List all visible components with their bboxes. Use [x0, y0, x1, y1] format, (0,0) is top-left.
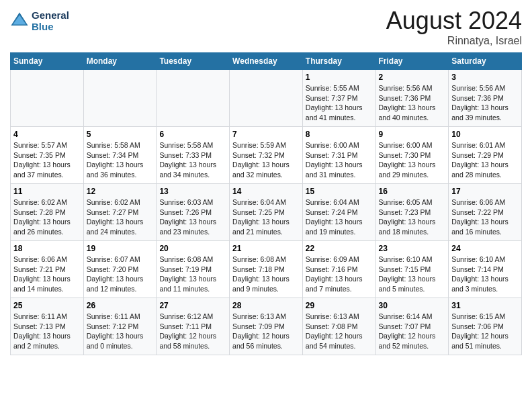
day-number: 11: [13, 187, 81, 196]
day-of-week-header: Sunday: [11, 53, 84, 70]
page-header: General Blue August 2024 Rinnatya, Israe…: [10, 7, 522, 47]
day-info: Sunrise: 6:14 AM Sunset: 7:07 PM Dayligh…: [379, 312, 446, 351]
calendar-day-cell: 25Sunrise: 6:11 AM Sunset: 7:13 PM Dayli…: [11, 298, 84, 355]
calendar-day-cell: 13Sunrise: 6:03 AM Sunset: 7:26 PM Dayli…: [157, 184, 230, 241]
calendar-day-cell: 1Sunrise: 5:55 AM Sunset: 7:37 PM Daylig…: [302, 70, 375, 127]
logo-text-general: General: [32, 9, 69, 21]
day-info: Sunrise: 5:57 AM Sunset: 7:35 PM Dayligh…: [13, 140, 81, 180]
day-of-week-header: Monday: [83, 53, 157, 70]
calendar-day-cell: 29Sunrise: 6:13 AM Sunset: 7:08 PM Dayli…: [302, 298, 375, 355]
calendar-day-cell: 26Sunrise: 6:11 AM Sunset: 7:12 PM Dayli…: [83, 298, 157, 355]
day-info: Sunrise: 6:11 AM Sunset: 7:13 PM Dayligh…: [13, 312, 81, 351]
day-number: 26: [87, 301, 154, 310]
day-number: 3: [451, 73, 519, 82]
calendar-day-cell: 10Sunrise: 6:01 AM Sunset: 7:29 PM Dayli…: [449, 127, 522, 184]
calendar-day-cell: 28Sunrise: 6:13 AM Sunset: 7:09 PM Dayli…: [230, 298, 303, 355]
day-info: Sunrise: 6:07 AM Sunset: 7:20 PM Dayligh…: [87, 255, 154, 294]
calendar-day-cell: 9Sunrise: 6:00 AM Sunset: 7:30 PM Daylig…: [375, 127, 449, 184]
calendar-day-cell: 18Sunrise: 6:06 AM Sunset: 7:21 PM Dayli…: [11, 241, 84, 298]
day-info: Sunrise: 5:58 AM Sunset: 7:33 PM Dayligh…: [159, 140, 226, 180]
calendar-day-cell: 3Sunrise: 5:56 AM Sunset: 7:36 PM Daylig…: [449, 70, 522, 127]
calendar-table: SundayMondayTuesdayWednesdayThursdayFrid…: [10, 52, 522, 355]
day-number: 29: [306, 301, 373, 310]
calendar-day-cell: 22Sunrise: 6:09 AM Sunset: 7:16 PM Dayli…: [302, 241, 375, 298]
day-number: 12: [87, 187, 154, 196]
day-info: Sunrise: 5:59 AM Sunset: 7:32 PM Dayligh…: [232, 140, 300, 180]
calendar-day-cell: 17Sunrise: 6:06 AM Sunset: 7:22 PM Dayli…: [449, 184, 522, 241]
day-number: 28: [232, 301, 300, 310]
day-of-week-header: Tuesday: [157, 53, 230, 70]
day-info: Sunrise: 6:04 AM Sunset: 7:24 PM Dayligh…: [306, 197, 373, 237]
day-number: 31: [451, 301, 519, 310]
day-info: Sunrise: 6:12 AM Sunset: 7:11 PM Dayligh…: [159, 312, 226, 351]
day-info: Sunrise: 5:55 AM Sunset: 7:37 PM Dayligh…: [306, 83, 373, 123]
calendar-day-cell: 2Sunrise: 5:56 AM Sunset: 7:36 PM Daylig…: [375, 70, 449, 127]
day-number: 4: [13, 130, 81, 139]
day-number: 18: [13, 244, 81, 253]
calendar-day-cell: [157, 70, 230, 127]
day-info: Sunrise: 6:10 AM Sunset: 7:15 PM Dayligh…: [379, 255, 446, 294]
day-info: Sunrise: 6:08 AM Sunset: 7:18 PM Dayligh…: [232, 255, 300, 294]
day-number: 16: [379, 187, 446, 196]
day-of-week-header: Wednesday: [230, 53, 303, 70]
calendar-week-row: 25Sunrise: 6:11 AM Sunset: 7:13 PM Dayli…: [11, 298, 522, 355]
calendar-week-row: 11Sunrise: 6:02 AM Sunset: 7:28 PM Dayli…: [11, 184, 522, 241]
day-number: 23: [379, 244, 446, 253]
calendar-week-row: 4Sunrise: 5:57 AM Sunset: 7:35 PM Daylig…: [11, 127, 522, 184]
calendar-week-row: 18Sunrise: 6:06 AM Sunset: 7:21 PM Dayli…: [11, 241, 522, 298]
day-info: Sunrise: 6:05 AM Sunset: 7:23 PM Dayligh…: [379, 197, 446, 237]
day-info: Sunrise: 6:13 AM Sunset: 7:08 PM Dayligh…: [306, 312, 373, 351]
day-number: 17: [451, 187, 519, 196]
calendar-day-cell: [11, 70, 84, 127]
day-info: Sunrise: 6:01 AM Sunset: 7:29 PM Dayligh…: [451, 140, 519, 180]
calendar-day-cell: 12Sunrise: 6:02 AM Sunset: 7:27 PM Dayli…: [83, 184, 157, 241]
logo-icon: [10, 11, 29, 30]
day-number: 10: [451, 130, 519, 139]
day-info: Sunrise: 6:11 AM Sunset: 7:12 PM Dayligh…: [87, 312, 154, 351]
day-of-week-header: Saturday: [449, 53, 522, 70]
day-of-week-header: Friday: [375, 53, 449, 70]
calendar-day-cell: 7Sunrise: 5:59 AM Sunset: 7:32 PM Daylig…: [230, 127, 303, 184]
day-info: Sunrise: 6:00 AM Sunset: 7:30 PM Dayligh…: [379, 140, 446, 180]
calendar-day-cell: 21Sunrise: 6:08 AM Sunset: 7:18 PM Dayli…: [230, 241, 303, 298]
day-number: 9: [379, 130, 446, 139]
calendar-day-cell: 8Sunrise: 6:00 AM Sunset: 7:31 PM Daylig…: [302, 127, 375, 184]
day-info: Sunrise: 6:13 AM Sunset: 7:09 PM Dayligh…: [232, 312, 300, 351]
calendar-day-cell: [83, 70, 157, 127]
day-number: 25: [13, 301, 81, 310]
logo-text-blue: Blue: [32, 21, 69, 32]
day-number: 8: [306, 130, 373, 139]
day-number: 2: [379, 73, 446, 82]
day-info: Sunrise: 5:56 AM Sunset: 7:36 PM Dayligh…: [451, 83, 519, 123]
day-info: Sunrise: 6:02 AM Sunset: 7:27 PM Dayligh…: [87, 197, 154, 237]
day-info: Sunrise: 6:03 AM Sunset: 7:26 PM Dayligh…: [159, 197, 226, 237]
calendar-subtitle: Rinnatya, Israel: [386, 35, 522, 47]
calendar-day-cell: 11Sunrise: 6:02 AM Sunset: 7:28 PM Dayli…: [11, 184, 84, 241]
calendar-day-cell: 16Sunrise: 6:05 AM Sunset: 7:23 PM Dayli…: [375, 184, 449, 241]
day-info: Sunrise: 6:04 AM Sunset: 7:25 PM Dayligh…: [232, 197, 300, 237]
day-number: 5: [87, 130, 154, 139]
day-info: Sunrise: 6:09 AM Sunset: 7:16 PM Dayligh…: [306, 255, 373, 294]
calendar-day-cell: 23Sunrise: 6:10 AM Sunset: 7:15 PM Dayli…: [375, 241, 449, 298]
day-info: Sunrise: 6:10 AM Sunset: 7:14 PM Dayligh…: [451, 255, 519, 294]
day-info: Sunrise: 6:15 AM Sunset: 7:06 PM Dayligh…: [451, 312, 519, 351]
calendar-day-cell: 30Sunrise: 6:14 AM Sunset: 7:07 PM Dayli…: [375, 298, 449, 355]
title-block: August 2024 Rinnatya, Israel: [386, 7, 522, 47]
day-number: 24: [451, 244, 519, 253]
day-number: 30: [379, 301, 446, 310]
day-info: Sunrise: 5:58 AM Sunset: 7:34 PM Dayligh…: [87, 140, 154, 180]
day-info: Sunrise: 6:06 AM Sunset: 7:21 PM Dayligh…: [13, 255, 81, 294]
calendar-day-cell: 24Sunrise: 6:10 AM Sunset: 7:14 PM Dayli…: [449, 241, 522, 298]
calendar-day-cell: 27Sunrise: 6:12 AM Sunset: 7:11 PM Dayli…: [157, 298, 230, 355]
day-info: Sunrise: 6:08 AM Sunset: 7:19 PM Dayligh…: [159, 255, 226, 294]
calendar-header-row: SundayMondayTuesdayWednesdayThursdayFrid…: [11, 53, 522, 70]
day-number: 21: [232, 244, 300, 253]
day-number: 22: [306, 244, 373, 253]
calendar-day-cell: 31Sunrise: 6:15 AM Sunset: 7:06 PM Dayli…: [449, 298, 522, 355]
logo: General Blue: [10, 9, 69, 32]
day-info: Sunrise: 6:06 AM Sunset: 7:22 PM Dayligh…: [451, 197, 519, 237]
day-number: 15: [306, 187, 373, 196]
day-number: 13: [159, 187, 226, 196]
calendar-day-cell: 15Sunrise: 6:04 AM Sunset: 7:24 PM Dayli…: [302, 184, 375, 241]
day-number: 20: [159, 244, 226, 253]
